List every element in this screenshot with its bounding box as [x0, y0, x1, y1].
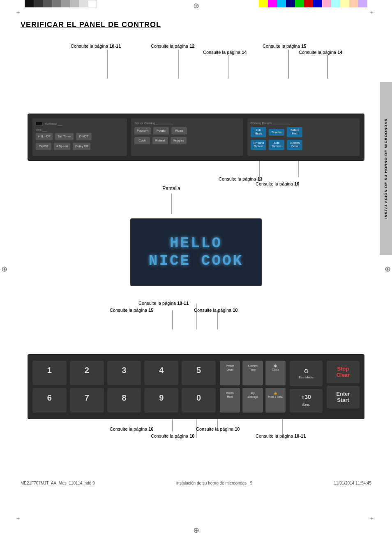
crosshair-rightcenter: ⊕ — [385, 264, 391, 274]
snacks-btn[interactable]: Snacks — [269, 129, 284, 136]
num-1-btn[interactable]: 1 — [32, 361, 67, 385]
annot-15-top: Consulte la página 15 — [263, 44, 306, 49]
eco-mode-btn[interactable]: ♻ Eco Mode — [290, 361, 323, 387]
vent-display-icon — [36, 122, 42, 126]
enter-start-btn[interactable]: EnterStart — [327, 386, 360, 408]
presets-row2: 1 PoundDefrost AutoDefrost CustomCook — [251, 140, 356, 150]
onoff2-btn[interactable]: On/Off — [36, 143, 51, 150]
sensor-section: Sensor Cooking ___________ Popcorn Potat… — [131, 118, 243, 156]
kids-meals-btn[interactable]: KidsMeals — [251, 127, 266, 137]
popcorn-btn[interactable]: Popcorn — [134, 127, 151, 134]
page-footer: ME21F707MJT_AA_Mes_110114.indd 9 instala… — [0, 473, 392, 492]
4speed-btn[interactable]: 4 Speed — [54, 143, 70, 150]
sidebar: INSTALACIÓN DE SU HORNO DE MICROONDAS — [380, 82, 392, 255]
soften-melt-btn[interactable]: SoftenMelt — [287, 127, 302, 137]
cook-btn[interactable]: Cook — [134, 137, 150, 144]
display-screen: HELLO NICE COOK — [130, 218, 262, 286]
num-0-btn[interactable]: 0 — [182, 388, 216, 413]
keypad-annot-10b: Consulte la página 10 — [151, 434, 194, 438]
sidebar-text: INSTALACIÓN DE SU HORNO DE MICROONDAS — [384, 118, 388, 219]
annot-14b-top: Consulte la página 14 — [299, 50, 342, 55]
cb-darkblue — [286, 0, 295, 7]
top-annotations: Consulte la página 10-11 Consulte la pág… — [28, 42, 364, 81]
1pound-defrost-btn[interactable]: 1 PoundDefrost — [251, 140, 266, 150]
presets-label: Cooking Presets ___________ — [251, 122, 356, 125]
crosshair-bottomright: + — [370, 515, 374, 522]
color-bar-left — [25, 0, 97, 7]
cb-green — [295, 0, 304, 7]
onoff1-btn[interactable]: On/Off — [76, 133, 92, 140]
clock-btn[interactable]: ⏻Clock — [265, 361, 286, 385]
num-2-btn[interactable]: 2 — [70, 361, 104, 385]
num-5-btn[interactable]: 5 — [182, 361, 216, 385]
keypad-diagram: Consulte la página 10-11 Consulte la pág… — [28, 299, 364, 452]
keypad-bottom-annotations: Consulte la página 16 Consulte la página… — [28, 419, 364, 452]
my-settings-btn[interactable]: MySettings — [242, 388, 263, 413]
custom-cook-btn[interactable]: CustomCook — [287, 140, 302, 150]
vent-row1: Hi/Lo/Off Set Timer On/Off — [36, 133, 124, 140]
bottom-panel-annotations: Consulte la página 13 Consulte la página… — [28, 161, 364, 186]
num-9-btn[interactable]: 9 — [144, 388, 178, 413]
hilooff-btn[interactable]: Hi/Lo/Off — [36, 133, 53, 140]
display-screen-wrapper: HELLO NICE COOK — [28, 218, 364, 286]
cb-lightorange — [349, 0, 358, 7]
annot-1011-top: Consulte la página 10-11 — [71, 44, 121, 49]
page-content: VERIFICAR EL PANEL DE CONTROL Consulte l… — [0, 8, 392, 464]
stop-clear-btn[interactable]: StopClear — [327, 361, 360, 383]
cb-gray2 — [52, 0, 61, 7]
footer-left: ME21F707MJT_AA_Mes_110114.indd 9 — [21, 481, 95, 485]
potato-btn[interactable]: Potato — [153, 127, 169, 134]
presets-row1: KidsMeals Snacks SoftenMelt — [251, 127, 356, 137]
num-3-btn[interactable]: 3 — [107, 361, 141, 385]
cb-lightyellow — [340, 0, 349, 7]
sensor-row1: Popcorn Potato Pizza — [134, 127, 240, 134]
page-title: VERIFICAR EL PANEL DE CONTROL — [21, 21, 371, 29]
cb-white — [88, 0, 97, 7]
cb-black1 — [25, 0, 34, 7]
pantalla-label: Pantalla — [147, 186, 196, 191]
warm-hold-btn[interactable]: WarmHold — [220, 388, 240, 413]
crosshair-topleft: + — [16, 9, 20, 16]
num-7-btn[interactable]: 7 — [70, 388, 104, 413]
keypad-bottom-svg — [28, 419, 364, 452]
plus30-btn[interactable]: +30Sec. — [290, 389, 323, 413]
footer-right: 11/01/2014 11:54:45 — [334, 481, 371, 485]
cb-gray5 — [79, 0, 88, 7]
action-section: StopClear EnterStart — [327, 361, 360, 413]
power-level-btn[interactable]: PowerLevel — [220, 361, 240, 385]
presets-section: Cooking Presets ___________ KidsMeals Sn… — [247, 118, 360, 156]
cb-red — [304, 0, 313, 7]
reheat-btn[interactable]: Reheat — [152, 137, 168, 144]
cb-pink — [322, 0, 331, 7]
numpad: 1 2 3 4 5 6 7 8 9 0 — [32, 361, 216, 413]
turntable-label: Turntable ___ — [45, 123, 62, 125]
crosshair-leftcenter: ⊕ — [1, 264, 7, 274]
footer-center: instalación de su horno de microondas _9 — [176, 481, 252, 485]
keypad-annot-10a: Consulte la página 10 — [194, 308, 238, 313]
hold-3sec-btn[interactable]: 🔒Hold 3 Sec. — [265, 388, 286, 413]
num-8-btn[interactable]: 8 — [107, 388, 141, 413]
num-4-btn[interactable]: 4 — [144, 361, 178, 385]
keypad-panel: 1 2 3 4 5 6 7 8 9 0 PowerLevel KitchenTi… — [28, 354, 364, 419]
pizza-btn[interactable]: Pizza — [171, 127, 187, 134]
cb-lightpurple — [358, 0, 367, 7]
cb-magenta — [268, 0, 277, 7]
vent-display-row: Turntable ___ — [36, 122, 124, 126]
keypad-annot-1011-top: Consulte la página 10-11 — [138, 301, 189, 306]
keypad-annot-15: Consulte la página 15 — [110, 308, 153, 313]
sensor-label: Sensor Cooking ___________ — [134, 122, 240, 125]
cb-black2 — [34, 0, 43, 7]
crosshair-topright: + — [370, 9, 374, 16]
sensor-row2: Cook Reheat Veggies — [134, 137, 240, 144]
auto-defrost-btn[interactable]: AutoDefrost — [269, 140, 284, 150]
display-area: Pantalla HELLO NICE COOK — [28, 186, 364, 299]
cb-blue — [313, 0, 322, 7]
veggies-btn[interactable]: Veggies — [171, 137, 187, 144]
settimer-btn[interactable]: Set Timer — [55, 133, 73, 140]
top-diagram: Consulte la página 10-11 Consulte la pág… — [28, 42, 364, 186]
display-line1: HELLO — [170, 234, 222, 252]
num-6-btn[interactable]: 6 — [32, 388, 67, 413]
kitchen-timer-btn[interactable]: KitchenTimer — [242, 361, 263, 385]
keypad-annot-10c: Consulte la página 10 — [196, 427, 240, 431]
delayoff-btn[interactable]: Delay Off — [73, 143, 90, 150]
